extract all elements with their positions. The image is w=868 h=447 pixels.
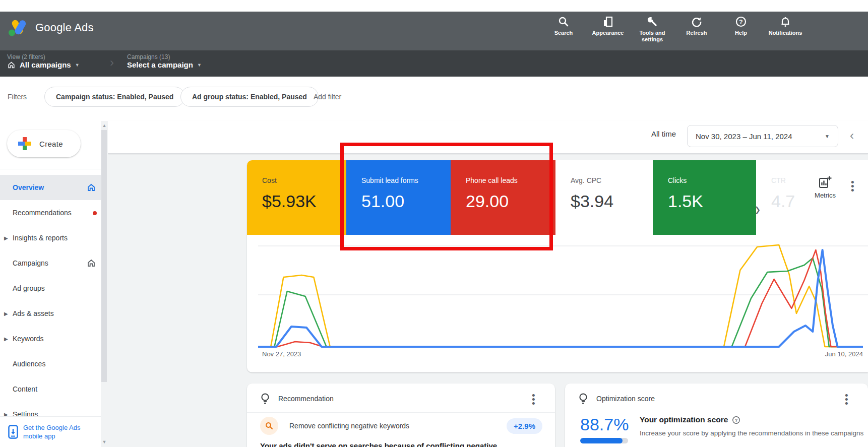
trend-line-clicks	[258, 258, 863, 347]
optimization-progress-fill	[580, 438, 623, 443]
sidebar-item-campaigns[interactable]: Campaigns	[0, 250, 101, 276]
sidebar-item-label: Audiences	[13, 360, 45, 368]
svg-text:?: ?	[735, 417, 737, 422]
chevron-down-icon: ▼	[75, 62, 80, 68]
appearance-icon	[602, 16, 614, 28]
sidebar-item-audiences[interactable]: Audiences	[0, 351, 101, 376]
chevron-down-icon: ▼	[825, 134, 830, 139]
tools-settings-button[interactable]: Tools and settings	[630, 16, 674, 43]
panel-overflow-menu[interactable]: •••	[851, 180, 854, 193]
sidebar-item-label: Ad groups	[13, 284, 45, 292]
filter-chip-adgroup-status[interactable]: Ad group status: Enabled, Paused	[180, 87, 319, 107]
uplift-badge: +2.9%	[507, 418, 542, 434]
metrics-button[interactable]: Metrics	[809, 175, 842, 199]
trend-line-phone-call-leads	[258, 250, 863, 347]
mobile-app-icon	[8, 425, 18, 439]
view-selector[interactable]: View (2 filters) All campaigns ▼	[7, 53, 80, 69]
sidebar-item-ads-assets[interactable]: ▶ Ads & assets	[0, 301, 101, 326]
optimization-progress-bar	[580, 438, 628, 443]
recommendation-overflow-menu[interactable]: •••	[532, 394, 535, 406]
recommendation-item[interactable]: Remove conflicting negative keywords +2.…	[260, 417, 542, 435]
sidebar-item-label: Overview	[13, 183, 44, 191]
notification-dot	[93, 211, 97, 215]
trend-chart	[247, 217, 868, 368]
mobile-app-promo-text: Get the Google Ads mobile app	[23, 423, 80, 440]
view-selector-value: All campaigns	[20, 60, 71, 69]
app-header: Google Ads Search Appearance Tools and s…	[0, 12, 868, 50]
date-range-value: Nov 30, 2023 – Jun 11, 2024	[696, 132, 792, 141]
sidebar-item-overview[interactable]: Overview	[0, 175, 101, 200]
campaign-selector-value: Select a campaign	[127, 60, 193, 69]
scorecard-value: 51.00	[361, 191, 451, 211]
optimization-score-card: Optimization score ••• 88.7% Your optimi…	[565, 384, 868, 447]
x-axis-label-start: Nov 27, 2023	[262, 350, 301, 358]
help-button[interactable]: ? Help	[719, 16, 763, 43]
appearance-button[interactable]: Appearance	[586, 16, 630, 43]
view-selector-label: View (2 filters)	[7, 53, 80, 60]
trend-line-cost	[258, 245, 863, 347]
mobile-app-promo[interactable]: Get the Google Ads mobile app	[0, 416, 101, 447]
metrics-button-label: Metrics	[815, 191, 836, 199]
scorecard-label: Phone call leads	[466, 176, 555, 184]
browser-top-strip	[0, 0, 868, 12]
sidebar: Create Overview Recommendations ▶ Insigh…	[0, 121, 101, 447]
filter-chip-campaign-status[interactable]: Campaign status: Enabled, Paused	[44, 87, 185, 107]
campaign-selector-label: Campaigns (13)	[127, 53, 202, 60]
recommendation-item-title: Remove conflicting negative keywords	[289, 422, 495, 430]
optimization-overflow-menu[interactable]: •••	[845, 394, 848, 406]
card-divider	[247, 412, 555, 413]
sidebar-item-keywords[interactable]: ▶ Keywords	[0, 326, 101, 351]
optimization-heading: Your optimization score	[640, 415, 728, 424]
refresh-button[interactable]: Refresh	[674, 16, 719, 43]
notifications-button[interactable]: Notifications	[763, 16, 808, 43]
expand-arrow-icon: ▶	[4, 311, 8, 316]
help-tooltip-icon[interactable]: ?	[732, 416, 740, 424]
google-ads-logo[interactable]: Google Ads	[7, 19, 94, 37]
scorecard-value: 29.00	[466, 191, 555, 211]
scorecard-label: Clicks	[668, 176, 756, 184]
metrics-chart-icon	[819, 175, 832, 188]
appearance-label: Appearance	[592, 30, 624, 36]
recommendation-card: Recommendation ••• Remove conflicting ne…	[247, 384, 555, 447]
bell-icon	[779, 16, 791, 28]
scroll-up-arrow[interactable]: ▲	[101, 123, 108, 128]
sidebar-item-label: Insights & reports	[13, 234, 68, 242]
sidebar-item-label: Campaigns	[13, 259, 48, 267]
google-ads-logo-icon	[7, 19, 29, 37]
optimization-card-title: Optimization score	[596, 395, 655, 403]
campaign-selector[interactable]: Campaigns (13) Select a campaign ▼	[127, 53, 202, 69]
create-button[interactable]: Create	[7, 130, 81, 157]
recommendation-description: Your ads didn't serve on searches becaus…	[260, 441, 532, 447]
recommendation-card-title: Recommendation	[278, 395, 334, 403]
navigation-bar: View (2 filters) All campaigns ▼ › Campa…	[0, 50, 868, 77]
create-button-label: Create	[39, 140, 63, 148]
refresh-label: Refresh	[687, 30, 707, 36]
notifications-label: Notifications	[769, 30, 802, 36]
home-icon	[87, 183, 96, 192]
scrollbar-thumb[interactable]	[101, 130, 107, 382]
scorecard-label: Cost	[262, 176, 346, 184]
trend-chart-series	[258, 245, 863, 347]
scorecard-value: 1.5K	[668, 191, 756, 211]
trend-line-submit-lead-forms	[258, 250, 863, 347]
sidebar-divider	[0, 169, 101, 169]
home-icon	[7, 61, 16, 69]
google-ads-overview-page: Google Ads Search Appearance Tools and s…	[0, 0, 868, 447]
sidebar-item-insights-reports[interactable]: ▶ Insights & reports	[0, 225, 101, 250]
scroll-down-arrow[interactable]: ▼	[101, 439, 108, 444]
search-label: Search	[554, 30, 573, 36]
sidebar-item-label: Content	[13, 385, 37, 393]
help-icon: ?	[735, 16, 747, 28]
search-button[interactable]: Search	[541, 16, 586, 43]
add-filter-button[interactable]: Add filter	[314, 93, 341, 101]
scorecard-label: Submit lead forms	[361, 176, 451, 184]
optimization-description: Increase your score by applying the reco…	[640, 428, 868, 438]
header-actions: Search Appearance Tools and settings Ref…	[541, 16, 808, 43]
sidebar-item-ad-groups[interactable]: Ad groups	[0, 276, 101, 301]
sidebar-item-recommendations[interactable]: Recommendations	[0, 200, 101, 225]
sidebar-item-content[interactable]: Content	[0, 376, 101, 402]
date-range-picker[interactable]: Nov 30, 2023 – Jun 11, 2024 ▼	[687, 125, 838, 147]
expand-arrow-icon: ▶	[4, 336, 8, 342]
collapse-panel-chevron[interactable]: ‹	[850, 129, 854, 143]
sidebar-item-label: Keywords	[13, 335, 43, 343]
